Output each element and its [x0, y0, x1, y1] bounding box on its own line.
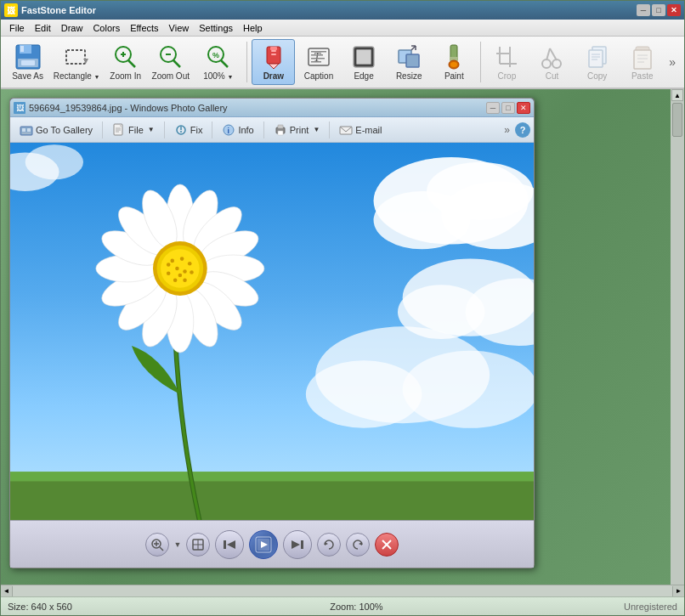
- email-icon: [339, 123, 353, 137]
- zoom-in-button[interactable]: Zoom In: [104, 39, 147, 85]
- zoom-100-button[interactable]: % 100% ▼: [194, 39, 242, 85]
- svg-point-45: [552, 59, 561, 68]
- photo-sep-5: [329, 122, 330, 138]
- separator-2: [480, 42, 481, 82]
- rectangle-button[interactable]: Rectangle ▼: [51, 39, 102, 85]
- resize-label: Resize: [396, 71, 422, 81]
- svg-text:i: i: [228, 127, 230, 135]
- menu-help[interactable]: Help: [238, 21, 268, 35]
- minimize-button[interactable]: ─: [637, 4, 650, 16]
- close-button[interactable]: ✕: [667, 4, 681, 16]
- fit-button[interactable]: [186, 533, 210, 557]
- menu-file[interactable]: File: [4, 21, 30, 35]
- print-arrow-icon: ▼: [313, 126, 320, 133]
- zoom-out-button[interactable]: Zoom Out: [149, 39, 192, 85]
- scroll-left[interactable]: ◄: [1, 586, 13, 596]
- svg-point-39: [450, 62, 457, 67]
- svg-marker-134: [325, 542, 328, 545]
- prev-button[interactable]: [215, 530, 244, 559]
- next-button[interactable]: [283, 530, 312, 559]
- photo-close-button[interactable]: ✕: [517, 102, 530, 114]
- email-button[interactable]: E-mail: [333, 121, 388, 139]
- resize-button[interactable]: Resize: [388, 39, 431, 85]
- gallery-button[interactable]: Go To Gallery: [14, 121, 99, 139]
- paste-icon: [629, 43, 656, 71]
- help-button[interactable]: ?: [515, 122, 530, 138]
- maximize-button[interactable]: □: [652, 4, 665, 16]
- save-as-label: Save As: [12, 71, 43, 81]
- photo-sep-2: [164, 122, 165, 138]
- zoom-arrow: ▼: [174, 540, 182, 549]
- svg-rect-5: [66, 50, 85, 64]
- photo-gallery-window: 🖼 596694_19539864.jpg - Windows Photo Ga…: [9, 98, 535, 568]
- status-bar: Size: 640 x 560 Zoom: 100% Unregistered: [1, 596, 684, 615]
- svg-rect-20: [271, 50, 276, 52]
- draw-button[interactable]: Draw: [252, 39, 295, 85]
- svg-line-46: [546, 48, 550, 60]
- rotate-right-button[interactable]: [346, 533, 370, 557]
- svg-rect-49: [589, 50, 603, 67]
- svg-point-44: [542, 59, 551, 68]
- zoom-nav-button[interactable]: [145, 533, 169, 557]
- svg-line-13: [173, 60, 180, 67]
- paste-button[interactable]: Paste: [620, 39, 664, 85]
- photo-maximize-button[interactable]: □: [501, 102, 515, 114]
- photo-sep-4: [263, 122, 264, 138]
- svg-rect-18: [270, 47, 277, 50]
- draw-label: Draw: [263, 71, 284, 81]
- svg-rect-25: [311, 54, 323, 56]
- app-icon: 🖼: [4, 3, 18, 17]
- paste-label: Paste: [631, 71, 654, 81]
- svg-point-87: [25, 144, 83, 179]
- info-label: Info: [238, 125, 253, 135]
- edge-button[interactable]: Edge: [342, 39, 386, 85]
- scroll-right[interactable]: ►: [672, 586, 684, 596]
- svg-line-47: [550, 48, 557, 60]
- copy-label: Copy: [587, 71, 607, 81]
- photo-minimize-button[interactable]: ─: [486, 102, 500, 114]
- photo-toolbar: Go To Gallery File ▼: [10, 117, 534, 143]
- svg-point-119: [178, 274, 183, 278]
- svg-rect-132: [301, 540, 303, 549]
- cut-button[interactable]: Cut: [530, 39, 574, 85]
- menu-colors[interactable]: Colors: [88, 21, 125, 35]
- print-button[interactable]: Print ▼: [268, 121, 326, 139]
- menu-effects[interactable]: Effects: [125, 21, 163, 35]
- gallery-icon: [20, 123, 33, 137]
- menu-settings[interactable]: Settings: [194, 21, 238, 35]
- cut-icon: [538, 43, 565, 71]
- h-scroll-track[interactable]: [13, 585, 672, 596]
- copy-button[interactable]: Copy: [575, 39, 619, 85]
- caption-icon: T: [305, 43, 332, 71]
- delete-nav-button[interactable]: [375, 533, 399, 557]
- photo-toolbar-more[interactable]: »: [501, 122, 513, 138]
- svg-line-121: [160, 547, 163, 551]
- save-as-button[interactable]: Save As: [6, 39, 49, 85]
- scroll-up[interactable]: ▲: [671, 89, 683, 101]
- title-bar-left: 🖼 FastStone Editor: [4, 3, 96, 17]
- svg-rect-21: [271, 54, 276, 55]
- info-button[interactable]: i Info: [216, 121, 259, 139]
- crop-button[interactable]: Crop: [485, 39, 529, 85]
- scrollbar[interactable]: ▲: [671, 89, 684, 585]
- slideshow-button[interactable]: [249, 530, 278, 559]
- clouds-svg: [10, 143, 534, 520]
- caption-button[interactable]: T Caption: [297, 39, 340, 85]
- svg-point-84: [403, 351, 534, 428]
- h-scrollbar[interactable]: ◄ ►: [1, 585, 684, 596]
- fix-label: Fix: [190, 125, 203, 135]
- rectangle-label: Rectangle ▼: [54, 71, 100, 81]
- menu-draw[interactable]: Draw: [56, 21, 88, 35]
- rotate-left-button[interactable]: [317, 533, 341, 557]
- paint-button[interactable]: Paint: [433, 39, 476, 85]
- svg-point-118: [183, 269, 187, 274]
- fix-icon: [174, 123, 188, 137]
- menu-view[interactable]: View: [164, 21, 195, 35]
- file-button[interactable]: File ▼: [106, 121, 161, 139]
- info-icon: i: [222, 123, 235, 137]
- menu-edit[interactable]: Edit: [30, 21, 56, 35]
- scroll-thumb[interactable]: [672, 103, 682, 137]
- toolbar-more[interactable]: »: [665, 54, 679, 71]
- fix-button[interactable]: Fix: [168, 121, 209, 139]
- separator-1: [246, 42, 247, 82]
